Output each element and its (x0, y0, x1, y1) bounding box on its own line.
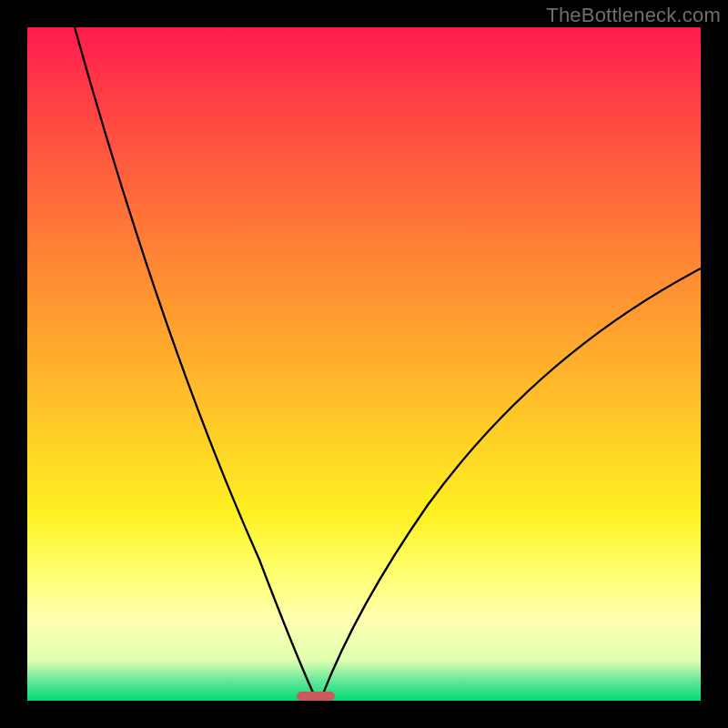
curve-left-branch (75, 27, 317, 701)
chart-frame: TheBottleneck.com (0, 0, 728, 728)
bottleneck-marker (297, 692, 335, 701)
curve-right-branch (320, 268, 701, 701)
watermark-text: TheBottleneck.com (546, 4, 721, 27)
plot-area (27, 27, 701, 701)
bottleneck-curve (27, 27, 701, 701)
